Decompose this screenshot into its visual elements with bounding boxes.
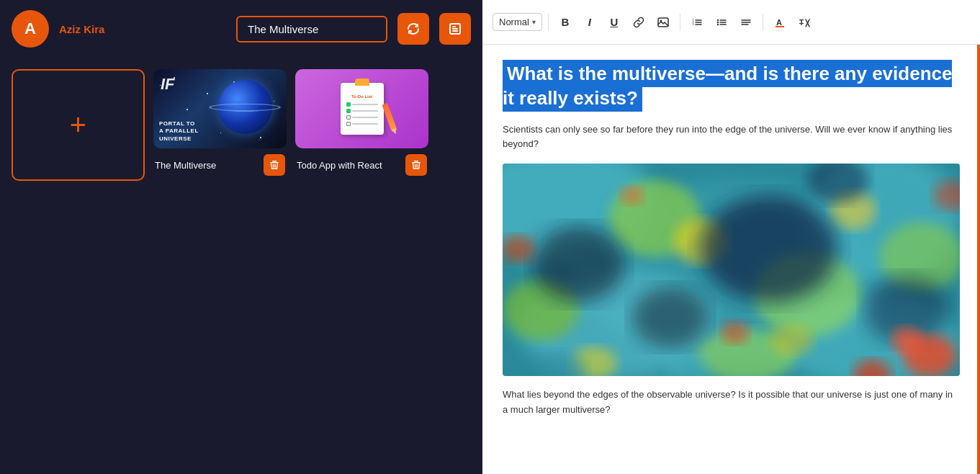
underline-button[interactable]: U (603, 12, 625, 33)
italic-button[interactable]: I (579, 12, 601, 33)
avatar[interactable]: A (12, 10, 49, 48)
toolbar-divider (548, 14, 549, 31)
multiverse-card-label: The Multiverse (155, 160, 216, 171)
svg-text:A: A (776, 18, 782, 27)
pencil-visual (382, 103, 397, 132)
ordered-list-button[interactable]: 1 2 3 (686, 12, 708, 33)
chevron-down-icon: ▾ (532, 18, 536, 26)
list-item[interactable]: IF PORTAL TOA PARALLELUNIVERSE The Multi… (153, 69, 287, 181)
editor-caption: What lies beyond the edges of the observ… (503, 388, 960, 418)
svg-point-27 (717, 23, 719, 24)
svg-point-60 (621, 187, 644, 205)
editor-image (503, 164, 960, 376)
svg-rect-4 (270, 162, 279, 164)
align-button[interactable] (735, 12, 757, 33)
svg-point-50 (771, 325, 814, 355)
svg-point-59 (721, 321, 749, 344)
svg-text:3: 3 (692, 22, 694, 26)
svg-rect-32 (776, 26, 784, 27)
toolbar-divider-3 (763, 14, 763, 31)
clear-format-icon: T (799, 17, 810, 28)
editor-title-block: What is the multiverse—and is there any … (503, 62, 960, 111)
multiverse-thumbnail: IF PORTAL TOA PARALLELUNIVERSE (153, 69, 287, 148)
portal-text: PORTAL TOA PARALLELUNIVERSE (159, 120, 199, 143)
trash-icon (269, 160, 279, 170)
svg-point-57 (891, 327, 922, 354)
style-select-label: Normal (499, 17, 529, 27)
link-icon (633, 17, 644, 28)
align-icon (740, 17, 752, 28)
svg-rect-10 (414, 161, 418, 162)
bold-button[interactable]: B (554, 12, 576, 33)
export-icon (448, 22, 462, 36)
user-name: Aziz Kira (59, 23, 226, 35)
svg-rect-9 (412, 162, 421, 164)
planet-ring (209, 104, 281, 112)
image-icon (657, 17, 669, 28)
delete-todo-button[interactable] (405, 154, 427, 176)
link-button[interactable] (628, 12, 649, 33)
right-panel: Normal ▾ B I U 1 2 (482, 0, 980, 474)
cmb-heatmap (503, 164, 960, 376)
clear-format-button[interactable]: T (794, 12, 815, 33)
style-select[interactable]: Normal ▾ (493, 13, 542, 31)
ordered-list-icon: 1 2 3 (691, 17, 703, 28)
editor-subtitle: Scientists can only see so far before th… (503, 122, 960, 153)
delete-multiverse-button[interactable] (264, 154, 285, 176)
svg-point-51 (701, 196, 838, 303)
doc-title-input[interactable] (236, 16, 387, 43)
refresh-button[interactable] (397, 13, 429, 45)
editor-toolbar: Normal ▾ B I U 1 2 (482, 0, 980, 45)
todo-card-label: Todo App with React (297, 160, 382, 171)
clipboard-visual: To-Do List (341, 83, 384, 135)
editor-content[interactable]: What is the multiverse—and is there any … (482, 45, 980, 474)
todo-thumbnail: To-Do List (295, 69, 428, 148)
right-accent-bar (977, 45, 980, 474)
add-project-card[interactable]: + (12, 69, 145, 181)
unordered-list-icon (716, 17, 727, 28)
svg-point-58 (503, 236, 534, 263)
refresh-icon (406, 22, 421, 36)
svg-point-52 (533, 226, 624, 303)
multiverse-card-footer: The Multiverse (153, 148, 287, 177)
header: A Aziz Kira (0, 0, 482, 58)
text-color-button[interactable]: A (769, 12, 791, 33)
svg-point-26 (717, 21, 719, 22)
text-color-icon: A (774, 17, 786, 28)
svg-point-54 (632, 287, 709, 349)
list-item[interactable]: To-Do List (295, 69, 428, 181)
project-grid: + (0, 58, 482, 192)
left-panel: A Aziz Kira + (0, 0, 482, 474)
unordered-list-button[interactable] (711, 12, 732, 33)
image-button[interactable] (652, 12, 674, 33)
export-button[interactable] (439, 13, 471, 45)
toolbar-divider-2 (680, 14, 680, 31)
svg-text:T: T (799, 19, 804, 27)
editor-title: What is the multiverse—and is there any … (503, 60, 952, 112)
todo-card-footer: Todo App with React (295, 148, 428, 177)
trash-icon (411, 160, 421, 170)
svg-point-25 (717, 19, 719, 20)
svg-rect-5 (272, 161, 277, 162)
add-icon: + (70, 109, 86, 141)
if-label: IF (161, 75, 175, 94)
